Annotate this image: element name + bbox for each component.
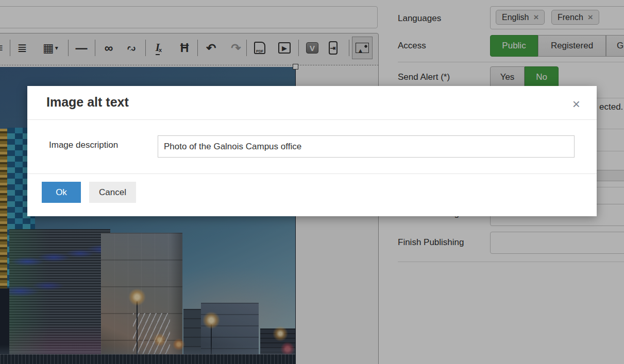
dialog-divider	[27, 174, 597, 174]
image-description-input[interactable]	[158, 135, 575, 158]
image-description-label: Image description	[49, 140, 118, 150]
close-icon[interactable]: ×	[572, 97, 580, 111]
ok-button[interactable]: Ok	[42, 182, 81, 203]
image-alt-text-dialog: Image alt text × Image description Ok Ca…	[27, 86, 597, 216]
cancel-button[interactable]: Cancel	[89, 182, 136, 203]
dialog-title: Image alt text	[46, 95, 129, 110]
dialog-divider	[27, 119, 597, 120]
